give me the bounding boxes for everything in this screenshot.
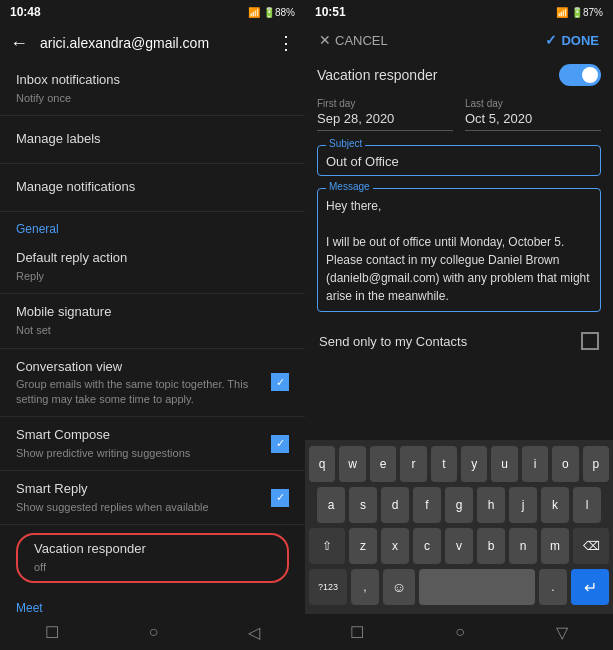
time-left: 10:48 [10, 5, 41, 19]
key-s[interactable]: s [349, 487, 377, 523]
key-c[interactable]: c [413, 528, 441, 564]
key-h[interactable]: h [477, 487, 505, 523]
key-o[interactable]: o [552, 446, 578, 482]
vacation-toggle[interactable] [559, 64, 601, 86]
key-v[interactable]: v [445, 528, 473, 564]
cancel-button[interactable]: ✕ CANCEL [319, 32, 388, 48]
smart-compose-title: Smart Compose [16, 427, 271, 444]
last-day-label: Last day [465, 98, 601, 109]
nav-back-left[interactable]: ◁ [248, 623, 260, 642]
key-y[interactable]: y [461, 446, 487, 482]
key-x[interactable]: x [381, 528, 409, 564]
backspace-key[interactable]: ⌫ [573, 528, 609, 564]
period-key[interactable]: . [539, 569, 567, 605]
default-reply-item[interactable]: Default reply action Reply [0, 240, 305, 294]
mobile-signature-title: Mobile signature [16, 304, 289, 321]
key-g[interactable]: g [445, 487, 473, 523]
key-j[interactable]: j [509, 487, 537, 523]
first-day-label: First day [317, 98, 453, 109]
left-panel: 10:48 📶 🔋88% ← arici.alexandra@gmail.com… [0, 0, 305, 650]
send-only-checkbox[interactable] [581, 332, 599, 350]
manage-labels-item[interactable]: Manage labels [0, 116, 305, 164]
right-bottom-nav: ☐ ○ ▽ [305, 614, 613, 650]
message-value: Hey there,I will be out of office until … [326, 197, 592, 305]
comma-key[interactable]: , [351, 569, 379, 605]
conversation-view-item[interactable]: Conversation view Group emails with the … [0, 349, 305, 417]
vacation-form: Vacation responder First day Sep 28, 202… [305, 56, 613, 440]
cancel-label: CANCEL [335, 33, 388, 48]
vacation-responder-title: Vacation responder [34, 541, 271, 558]
status-icons-right: 📶 🔋87% [556, 7, 603, 18]
vacation-form-label: Vacation responder [317, 67, 437, 83]
nav-circle-right[interactable]: ○ [455, 623, 465, 641]
first-day-field[interactable]: First day Sep 28, 2020 [317, 98, 453, 131]
smart-compose-item[interactable]: Smart Compose Show predictive writing su… [0, 417, 305, 471]
key-r[interactable]: r [400, 446, 426, 482]
manage-notifications-item[interactable]: Manage notifications [0, 164, 305, 212]
smart-reply-title: Smart Reply [16, 481, 271, 498]
keyboard: q w e r t y u i o p a s d f g h j k l ⇧ … [305, 440, 613, 614]
smart-reply-item[interactable]: Smart Reply Show suggested replies when … [0, 471, 305, 525]
key-m[interactable]: m [541, 528, 569, 564]
numbers-key[interactable]: ?123 [309, 569, 347, 605]
signal-icon: 📶 [248, 7, 260, 18]
space-key[interactable] [419, 569, 535, 605]
nav-square-left[interactable]: ☐ [45, 623, 59, 642]
status-bar-left: 10:48 📶 🔋88% [0, 0, 305, 24]
conversation-view-subtitle: Group emails with the same topic togethe… [16, 377, 271, 406]
key-z[interactable]: z [349, 528, 377, 564]
emoji-key[interactable]: ☺ [383, 569, 415, 605]
subject-field[interactable]: Subject Out of Office [317, 145, 601, 176]
inbox-notifications-item[interactable]: Inbox notifications Notify once [0, 62, 305, 116]
meet-section-header: Meet [0, 591, 305, 614]
smart-compose-checkbox[interactable] [271, 435, 289, 453]
key-f[interactable]: f [413, 487, 441, 523]
nav-square-right[interactable]: ☐ [350, 623, 364, 642]
more-menu-button[interactable]: ⋮ [277, 32, 295, 54]
mobile-signature-item[interactable]: Mobile signature Not set [0, 294, 305, 348]
smart-compose-subtitle: Show predictive writing suggestions [16, 446, 271, 460]
nav-triangle-right[interactable]: ▽ [556, 623, 568, 642]
default-reply-subtitle: Reply [16, 269, 289, 283]
key-i[interactable]: i [522, 446, 548, 482]
shift-key[interactable]: ⇧ [309, 528, 345, 564]
key-e[interactable]: e [370, 446, 396, 482]
message-field[interactable]: Message Hey there,I will be out of offic… [317, 188, 601, 312]
manage-notifications-title: Manage notifications [16, 179, 289, 196]
done-button[interactable]: ✓ DONE [545, 32, 599, 48]
header-right: ✕ CANCEL ✓ DONE [305, 24, 613, 56]
enter-key[interactable]: ↵ [571, 569, 609, 605]
key-b[interactable]: b [477, 528, 505, 564]
time-right: 10:51 [315, 5, 346, 19]
vacation-header-row: Vacation responder [317, 64, 601, 86]
key-k[interactable]: k [541, 487, 569, 523]
back-button[interactable]: ← [10, 33, 28, 54]
vacation-responder-item[interactable]: Vacation responder off [16, 533, 289, 582]
key-l[interactable]: l [573, 487, 601, 523]
general-section-header: General [0, 212, 305, 240]
key-t[interactable]: t [431, 446, 457, 482]
nav-circle-left[interactable]: ○ [149, 623, 159, 641]
smart-reply-subtitle: Show suggested replies when available [16, 500, 271, 514]
vacation-responder-subtitle: off [34, 560, 271, 574]
status-icons-left: 📶 🔋88% [248, 7, 295, 18]
key-u[interactable]: u [491, 446, 517, 482]
smart-reply-checkbox[interactable] [271, 489, 289, 507]
inbox-notifications-subtitle: Notify once [16, 91, 289, 105]
cancel-x-icon: ✕ [319, 32, 331, 48]
status-bar-right: 10:51 📶 🔋87% [305, 0, 613, 24]
last-day-field[interactable]: Last day Oct 5, 2020 [465, 98, 601, 131]
key-p[interactable]: p [583, 446, 609, 482]
last-day-value: Oct 5, 2020 [465, 111, 601, 131]
conversation-view-checkbox[interactable] [271, 373, 289, 391]
done-label: DONE [561, 33, 599, 48]
key-a[interactable]: a [317, 487, 345, 523]
key-d[interactable]: d [381, 487, 409, 523]
key-w[interactable]: w [339, 446, 365, 482]
subject-value: Out of Office [326, 154, 592, 169]
key-q[interactable]: q [309, 446, 335, 482]
keyboard-row-3: ⇧ z x c v b n m ⌫ [309, 528, 609, 564]
account-email: arici.alexandra@gmail.com [40, 35, 265, 51]
key-n[interactable]: n [509, 528, 537, 564]
mobile-signature-subtitle: Not set [16, 323, 289, 337]
